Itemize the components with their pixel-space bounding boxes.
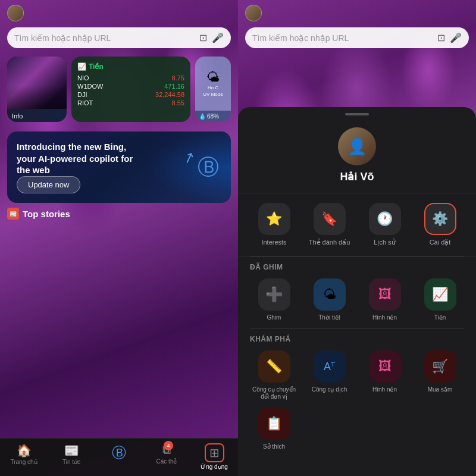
converter-icon: 📏: [266, 359, 282, 374]
camera-icon[interactable]: ⊡: [199, 32, 207, 43]
right-panel: Tìm kiếm hoặc nhập URL ⊡ 🎤 👤 Hải Võ ⭐ In…: [238, 0, 476, 476]
translate-icon: Aᵀ: [324, 360, 335, 373]
stocks-widget[interactable]: 📈 Tiền NIO 8.75 W1DOW 471.16 DJI 32,244.…: [71, 57, 190, 122]
weather-bottom: 💧 68%: [195, 111, 231, 122]
stock-row-4: RIOT 8.55: [77, 99, 184, 107]
wallpaper-icon-box: 🖼: [369, 278, 401, 311]
update-now-button[interactable]: Update now: [17, 176, 80, 193]
tabs-badge: 4: [164, 441, 173, 450]
left-search-bar[interactable]: Tìm kiếm hoặc nhập URL ⊡ 🎤: [7, 27, 231, 48]
history-label: Lịch sử: [374, 239, 395, 246]
stock-val-3: 32,244.58: [155, 91, 184, 98]
tabs-icon: ⧉ 4: [162, 443, 171, 457]
wallpaper-label: Info: [12, 112, 23, 120]
left-search-icons: ⊡ 🎤: [199, 32, 224, 43]
add-icon: ➕: [265, 286, 283, 303]
pinned-add[interactable]: ➕ Ghim: [250, 278, 298, 321]
stock-row-3: DJI 32,244.58: [77, 91, 184, 98]
stock-name-4: RIOT: [77, 99, 93, 107]
pinned-wallpaper-label: Hình nền: [372, 314, 397, 321]
nav-bing[interactable]: Ⓑ: [95, 439, 143, 476]
news-icon: 📰: [64, 443, 79, 458]
discover-translate-label: Công cụ dịch: [312, 386, 347, 393]
sheet-handle: [345, 113, 369, 115]
stock-name-3: DJI: [77, 91, 87, 98]
top-stories-section: 📰 Top stories: [7, 208, 231, 220]
nav-home[interactable]: 🏠 Trang chủ: [0, 439, 48, 476]
wallpaper2-icon-box: 🖼: [369, 350, 401, 383]
weather-sun-icon: 🌤: [206, 71, 220, 84]
discover-shopping-label: Mua sắm: [428, 386, 453, 393]
pinned-weather[interactable]: 🌤 Thời tiết: [305, 278, 353, 321]
bing-card: Introducing the new Bing, your AI-powere…: [7, 131, 231, 203]
nav-news[interactable]: 📰 Tin tức: [48, 439, 95, 476]
discover-translate[interactable]: Aᵀ Công cụ dịch: [305, 350, 353, 400]
stocks-icon: 📈: [77, 62, 86, 71]
bookmarks-icon-box: 🔖: [314, 203, 346, 235]
action-history[interactable]: 🕐 Lịch sử: [361, 203, 409, 246]
wallpaper-preview: [7, 57, 67, 109]
right-avatar[interactable]: [245, 5, 262, 21]
humidity-icon: 💧: [199, 113, 206, 120]
nav-tabs[interactable]: ⧉ 4 Các thẻ: [143, 439, 190, 476]
stock-row-1: NIO 8.75: [77, 74, 184, 82]
shopping-icon: 🛒: [432, 359, 448, 374]
right-search-placeholder: Tìm kiếm hoặc nhập URL: [252, 33, 433, 43]
top-stories-title: Top stories: [23, 209, 70, 219]
history-icon: 🕐: [377, 211, 393, 227]
discover-converter[interactable]: 📏 Công cụ chuyển đổi đơn vị: [250, 350, 298, 400]
humidity-text: 68%: [207, 113, 219, 120]
weather-widget[interactable]: 🌤 Ho C UV Mode 💧 68%: [195, 57, 231, 122]
stocks-header: 📈 Tiền: [77, 62, 184, 71]
stock-val-2: 471.16: [164, 83, 184, 90]
home-icon: 🏠: [17, 443, 32, 458]
left-status-bar: [0, 0, 238, 24]
discover-hobbies[interactable]: 📋 Sở thích: [250, 408, 298, 450]
right-status-bar: [238, 0, 476, 24]
profile-avatar: 👤: [338, 127, 376, 165]
shopping-icon-box: 🛒: [424, 350, 456, 383]
nav-news-label: Tin tức: [62, 459, 80, 465]
right-search-bar[interactable]: Tìm kiếm hoặc nhập URL ⊡ 🎤: [245, 27, 469, 48]
discover-converter-label: Công cụ chuyển đổi đơn vị: [250, 386, 298, 400]
translate-icon-box: Aᵀ: [314, 350, 346, 383]
bing-arrow-icon: ↗: [181, 148, 198, 167]
weather-label: Ho C: [208, 85, 218, 90]
add-icon-box: ➕: [258, 278, 290, 311]
bing-nav-icon: Ⓑ: [112, 443, 126, 462]
nav-apps[interactable]: ⊞ Ứng dụng: [190, 439, 238, 476]
settings-label: Cài đặt: [430, 239, 451, 246]
left-avatar[interactable]: [7, 5, 24, 21]
mic-icon[interactable]: 🎤: [212, 32, 224, 43]
pinned-stocks-label: Tiền: [434, 314, 446, 321]
action-bookmarks[interactable]: 🔖 Thẻ đánh dấu: [305, 203, 353, 246]
interests-label: Interests: [261, 239, 286, 246]
discover-wallpaper2[interactable]: 🖼 Hình nền: [361, 350, 409, 400]
bookmarks-label: Thẻ đánh dấu: [309, 239, 350, 246]
settings-icon: ⚙️: [432, 211, 448, 227]
hobbies-icon-box: 📋: [258, 408, 290, 440]
pinned-stocks[interactable]: 📈 Tiền: [416, 278, 464, 321]
nav-home-label: Trang chủ: [10, 459, 37, 465]
weather-uv: UV Mode: [203, 92, 223, 97]
bottom-sheet: 👤 Hải Võ ⭐ Interests 🔖 Thẻ đánh dấu 🕐: [238, 107, 476, 476]
bing-card-title: Introducing the new Bing, your AI-powere…: [17, 141, 136, 176]
discover-grid: 📏 Công cụ chuyển đổi đơn vị Aᵀ Công cụ d…: [238, 347, 476, 458]
right-mic-icon[interactable]: 🎤: [450, 32, 462, 43]
discover-hobbies-label: Sở thích: [263, 443, 285, 450]
nav-tabs-label: Các thẻ: [156, 458, 177, 465]
pinned-wallpaper[interactable]: 🖼 Hình nền: [361, 278, 409, 321]
nav-apps-label: Ứng dụng: [201, 464, 228, 470]
pinned-weather-label: Thời tiết: [318, 314, 340, 321]
stock-val-4: 8.55: [172, 99, 184, 107]
wallpaper-widget[interactable]: 🖼 Info: [7, 57, 67, 122]
top-stories-header: 📰 Top stories: [7, 208, 231, 220]
action-settings[interactable]: ⚙️ Cài đặt: [416, 203, 464, 246]
bing-logo-icon: Ⓑ: [198, 153, 219, 182]
action-interests[interactable]: ⭐ Interests: [250, 203, 298, 246]
stocks-pinned-icon-box: 📈: [424, 278, 456, 311]
right-camera-icon[interactable]: ⊡: [437, 32, 445, 43]
left-search-placeholder: Tìm kiếm hoặc nhập URL: [14, 33, 195, 43]
discover-shopping[interactable]: 🛒 Mua sắm: [416, 350, 464, 400]
bookmarks-icon: 🔖: [321, 211, 337, 227]
